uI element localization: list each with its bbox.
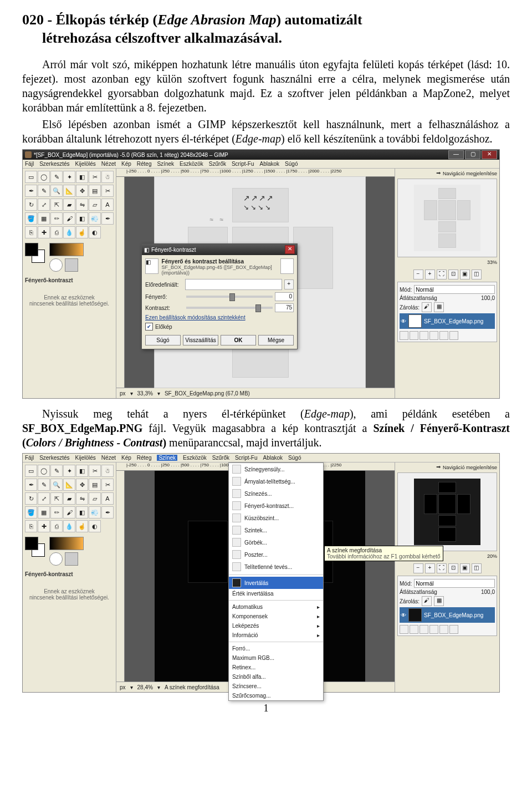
tool2-airbrush[interactable]: 💨 [89, 506, 101, 518]
mi-invertalas[interactable]: Invertálás [229, 577, 323, 589]
tool-fuzzy-select[interactable]: ✦ [63, 171, 75, 183]
tool-paintbrush[interactable]: 🖌 [63, 212, 75, 225]
menu-scriptfu[interactable]: Script-Fu [232, 161, 254, 167]
zoom-shrink-icon[interactable]: ◫ [472, 270, 482, 279]
new-layer-icon[interactable] [400, 331, 408, 340]
lock-alpha-icon[interactable]: ▦ [434, 302, 444, 312]
minimize-button[interactable]: — [448, 150, 464, 159]
mi-szinegyensuly[interactable]: Színegyensúly... [229, 463, 323, 475]
tool-foreground[interactable]: ☃ [101, 171, 114, 183]
menu2-ablakok[interactable]: Ablakok [263, 455, 283, 461]
menu2-szurok[interactable]: Szűrők [212, 455, 229, 461]
edit-as-levels-link[interactable]: Ezen beállítások módosítása szintekként [145, 314, 294, 321]
dialog-close-button[interactable]: ✕ [285, 245, 295, 254]
tool2-paths[interactable]: ✒ [25, 479, 37, 491]
preset-add-button[interactable]: + [284, 279, 294, 289]
status-zoom-2[interactable]: 28,4% [137, 684, 153, 690]
layer-row[interactable]: 👁 SF_BOX_EdgeMap.png [400, 313, 495, 329]
mode-select[interactable] [414, 285, 495, 294]
tool2-align[interactable]: ▤ [89, 479, 101, 491]
menu2-kijeloles[interactable]: Kijelölés [75, 455, 96, 461]
raise-layer-icon-2[interactable] [410, 625, 418, 634]
tool2-rect-select[interactable]: ▭ [25, 465, 37, 477]
tool2-foreground[interactable]: ☃ [101, 465, 114, 477]
fg-bg-swatches[interactable] [25, 243, 45, 263]
menu2-szerkesztes[interactable]: Szerkesztés [39, 455, 69, 461]
tool-zoom[interactable]: 🔍 [50, 185, 63, 197]
new-layer-icon-2[interactable] [400, 625, 408, 634]
dup-layer-icon-2[interactable] [429, 625, 438, 634]
tool2-scale[interactable]: ⤢ [38, 492, 50, 505]
ok-button[interactable]: OK [221, 335, 256, 345]
tool-bucket[interactable]: 🪣 [25, 212, 37, 225]
tool-rotate[interactable]: ↻ [25, 199, 37, 211]
tool-scissors[interactable]: ✂ [89, 171, 101, 183]
menu-nezet[interactable]: Nézet [101, 161, 116, 167]
menu-kep[interactable]: Kép [121, 161, 131, 167]
eye-icon-2[interactable]: 👁 [401, 612, 406, 618]
status-unit-2[interactable]: px [120, 684, 126, 690]
tool-heal[interactable]: ✚ [38, 226, 50, 238]
mi-fenyero-kontraszt[interactable]: Fényerő-kontraszt... [229, 500, 323, 512]
tool2-smudge[interactable]: ☝ [76, 520, 88, 532]
mi-szincsere[interactable]: Színcsere... [229, 682, 323, 691]
tool2-ellipse-select[interactable]: ◯ [38, 465, 50, 477]
layer-name-2[interactable]: SF_BOX_EdgeMap.png [424, 612, 483, 618]
fg-bg-swatches-2[interactable] [25, 537, 45, 557]
tool2-scissors[interactable]: ✂ [89, 465, 101, 477]
tool2-rotate[interactable]: ↻ [25, 492, 37, 505]
delete-layer-icon[interactable] [449, 331, 458, 340]
mi-szurocsomag[interactable]: Szűrőcsomag... [229, 691, 323, 700]
eye-icon[interactable]: 👁 [401, 318, 406, 324]
lock-pixels-icon[interactable]: 🖌 [422, 302, 432, 312]
tool2-dodge[interactable]: ◐ [89, 520, 101, 532]
tool-shear[interactable]: ⇱ [50, 199, 63, 211]
tool-color-picker[interactable]: ✎ [38, 185, 50, 197]
tool-text[interactable]: A [101, 199, 114, 211]
tool2-by-color[interactable]: ◧ [76, 465, 88, 477]
tool-airbrush[interactable]: 💨 [89, 212, 101, 225]
menu-szinek[interactable]: Színek [157, 161, 174, 167]
close-button[interactable]: ✕ [482, 150, 497, 159]
zoom-fill-icon[interactable]: ▣ [460, 270, 470, 279]
tool2-persp-clone[interactable]: ⎙ [50, 520, 63, 532]
gradient-preview-2[interactable] [49, 537, 84, 550]
lower-layer-icon-2[interactable] [420, 625, 428, 634]
status-zoom[interactable]: 33,3% [137, 390, 153, 396]
menu2-kep[interactable]: Kép [121, 455, 131, 461]
layer-row-2[interactable]: 👁 SF_BOX_EdgeMap.png [400, 607, 495, 623]
zoom-100-icon[interactable]: ⊡ [448, 270, 458, 279]
mode-select-2[interactable] [414, 579, 495, 588]
opacity-value[interactable]: 100,0 [481, 295, 495, 301]
mi-automatikus[interactable]: Automatikus▸ [229, 602, 323, 612]
delete-layer-icon-2[interactable] [449, 625, 458, 634]
tool-align[interactable]: ▤ [89, 185, 101, 197]
mi-komponensek[interactable]: Komponensek▸ [229, 612, 323, 621]
tool2-cage[interactable]: ▱ [89, 492, 101, 505]
zoom-fit-icon-2[interactable]: ⛶ [437, 563, 447, 573]
menu2-reteg[interactable]: Réteg [137, 455, 152, 461]
mi-informacio[interactable]: Információ▸ [229, 631, 323, 640]
mi-kuszobszint[interactable]: Küszöbszint... [229, 512, 323, 524]
mi-szinezes[interactable]: Színezés... [229, 487, 323, 500]
menu-fajl[interactable]: Fájl [25, 161, 34, 167]
tool-eraser[interactable]: ◧ [76, 212, 88, 225]
menu2-scriptfu[interactable]: Script-Fu [235, 455, 258, 461]
tool-dodge[interactable]: ◐ [89, 226, 101, 238]
tool2-bucket[interactable]: 🪣 [25, 506, 37, 518]
tool-smudge[interactable]: ☝ [76, 226, 88, 238]
contrast-value[interactable]: 75 [275, 303, 294, 312]
tool2-shear[interactable]: ⇱ [50, 492, 63, 505]
navigation-thumbnail-2[interactable] [397, 472, 497, 551]
menu-szurok[interactable]: Szűrők [209, 161, 226, 167]
tool-scale[interactable]: ⤢ [38, 199, 50, 211]
mi-szintek[interactable]: Szintek... [229, 524, 323, 536]
lower-layer-icon[interactable] [420, 331, 428, 340]
tool-ellipse-select[interactable]: ◯ [38, 171, 50, 183]
zoom-fit-icon[interactable]: ⛶ [437, 270, 447, 279]
tool-paths[interactable]: ✒ [25, 185, 37, 197]
reset-button[interactable]: Visszaállítás [183, 335, 218, 345]
zoom-shrink-icon-2[interactable]: ◫ [472, 563, 482, 573]
tool-persp-clone[interactable]: ⎙ [50, 226, 63, 238]
tool-clone[interactable]: ⎘ [25, 226, 37, 238]
